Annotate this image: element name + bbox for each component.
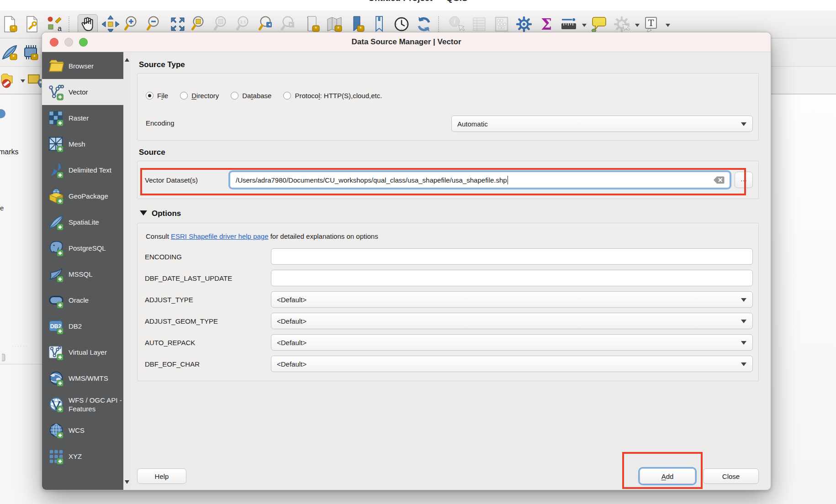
new-bookmark-icon[interactable]: * [302, 15, 322, 34]
radio-directory[interactable]: Directory [180, 92, 219, 100]
esri-driver-help-link[interactable]: ESRI Shapefile driver help page [171, 232, 268, 240]
zoom-in-icon[interactable] [123, 15, 143, 34]
new-virtual-layer-icon[interactable]: * [21, 43, 40, 62]
select-value: <Default> [277, 296, 307, 304]
project-properties-icon[interactable] [22, 15, 42, 34]
select-value: <Default> [277, 339, 307, 346]
bookmark-icon[interactable] [370, 15, 389, 34]
panel-drag-handle[interactable]: ······ [12, 344, 28, 348]
sidebar-item-wms-wmts[interactable]: WMS/WMTS [42, 365, 123, 391]
map-tips-icon[interactable] [590, 15, 609, 34]
zoom-out-icon[interactable] [146, 15, 165, 34]
sidebar-item-raster[interactable]: Raster [42, 105, 123, 131]
caret-only-icon[interactable] [21, 348, 40, 368]
vector-icon [46, 84, 67, 101]
sidebar-item-oracle[interactable]: Oracle [42, 287, 123, 313]
zoom-last-icon[interactable] [258, 15, 277, 34]
vector-dataset-input[interactable]: /Users/adra7980/Documents/CU_workshops/q… [230, 172, 730, 188]
dialog-titlebar[interactable]: Data Source Manager | Vector [42, 32, 771, 52]
sidebar-item-label: SpatiaLite [67, 218, 99, 226]
sidebar-item-label: Delimited Text [67, 166, 111, 174]
refresh-icon[interactable] [414, 15, 434, 34]
chevron-down-icon [741, 320, 746, 326]
sidebar-item-mssql[interactable]: MSSQL [42, 261, 123, 287]
sidebar-item-mesh[interactable]: Mesh [42, 131, 123, 157]
option-label: DBF_EOF_CHAR [145, 360, 271, 368]
sidebar-item-vector[interactable]: Vector [42, 79, 123, 105]
db2-icon: DB2 [46, 318, 67, 335]
radio-database[interactable]: Database [231, 92, 271, 100]
radio-circle-icon[interactable] [231, 92, 238, 100]
zoom-to-selection-icon[interactable] [190, 15, 210, 34]
attribute-table-icon [470, 15, 489, 34]
sidebar-item-label: MSSQL [67, 270, 93, 278]
option-row: AUTO_REPACK<Default> [145, 334, 753, 351]
chevron-down-icon[interactable] [635, 24, 640, 29]
new-map-view-icon[interactable]: * [325, 15, 344, 34]
chevron-down-icon[interactable] [666, 24, 670, 29]
close-button[interactable]: Close [703, 468, 759, 484]
sidebar-item-virtual-layer[interactable]: Virtual Layer [42, 339, 123, 365]
option-row: DBF_DATE_LAST_UPDATE [145, 270, 753, 286]
collapse-triangle-icon[interactable] [140, 210, 147, 219]
zoom-native-icon: 1:1 [235, 15, 254, 34]
option-row: ENCODING [145, 248, 753, 265]
clear-input-icon[interactable] [713, 176, 725, 184]
partial-icon[interactable] [0, 348, 19, 368]
pan-map-icon[interactable] [78, 14, 98, 34]
statistical-summary-icon [492, 15, 511, 34]
svg-text:*: * [12, 53, 15, 60]
option-select-dbf_eof_char[interactable]: <Default> [271, 356, 753, 372]
sidebar-item-geopackage[interactable]: GeoPackage [42, 183, 123, 209]
measure-icon[interactable] [559, 15, 578, 34]
option-select-auto_repack[interactable]: <Default> [271, 334, 753, 351]
sidebar-item-wcs[interactable]: WCS [42, 417, 123, 443]
radio-protocol[interactable]: Protocol: HTTP(S),cloud,etc. [283, 92, 382, 100]
dialog-title: Data Source Manager | Vector [42, 37, 771, 47]
sum-features-icon[interactable]: Σ [537, 15, 556, 34]
chevron-down-icon[interactable] [21, 79, 25, 85]
sidebar-item-xyz[interactable]: XYZ [42, 443, 123, 469]
sidebar-item-browser[interactable]: Browser [42, 53, 123, 79]
scroll-up-icon[interactable] [125, 56, 129, 62]
option-input-dbf_date_last_update[interactable] [271, 270, 753, 286]
option-input-encoding[interactable] [271, 248, 753, 265]
select-value: <Default> [277, 360, 307, 368]
raster-icon [46, 110, 67, 127]
panel-item-fragment: e [0, 204, 4, 212]
chevron-down-icon [741, 362, 746, 369]
sidebar-item-delimited-text[interactable]: Delimited Text [42, 157, 123, 183]
sidebar-scrollbar[interactable] [123, 52, 131, 490]
scroll-down-icon[interactable] [125, 480, 129, 486]
chevron-down-icon [741, 122, 746, 129]
help-button[interactable]: Help [137, 468, 186, 484]
radio-circle-icon[interactable] [283, 92, 291, 100]
sidebar-item-wfs-ogc-api-features[interactable]: WFS / OGC API - Features [42, 391, 123, 417]
radio-circle-icon[interactable] [146, 92, 153, 100]
style-manager-icon[interactable]: a [45, 15, 64, 34]
chevron-down-icon[interactable] [582, 24, 587, 29]
browse-files-button[interactable]: … [735, 172, 753, 188]
pan-to-selection-icon[interactable] [101, 15, 120, 34]
encoding-select[interactable]: Automatic [451, 116, 753, 132]
consult-text: Consult ESRI Shapefile driver help page … [146, 232, 753, 240]
zoom-full-icon[interactable] [168, 15, 187, 34]
sidebar-item-db2[interactable]: DB2DB2 [42, 313, 123, 339]
chevron-down-icon [741, 298, 746, 304]
new-spatialite-layer-icon[interactable]: * [0, 43, 19, 62]
text-annotation-icon[interactable]: T [643, 15, 662, 34]
project-new-icon[interactable]: * [0, 15, 19, 34]
sidebar-item-postgresql[interactable]: PostgreSQL [42, 235, 123, 261]
radio-circle-icon[interactable] [180, 92, 188, 100]
radio-file[interactable]: File [146, 92, 168, 100]
add-button[interactable]: Add [640, 468, 695, 484]
option-select-adjust_type[interactable]: <Default> [271, 291, 753, 308]
show-bookmarks-icon[interactable]: * [347, 15, 366, 34]
sidebar-item-spatialite[interactable]: SpatiaLite [42, 209, 123, 235]
option-select-adjust_geom_type[interactable]: <Default> [271, 313, 753, 329]
mesh-icon [46, 136, 67, 153]
folder-disabled-icon[interactable] [0, 71, 19, 90]
temporal-controller-icon[interactable] [392, 15, 411, 34]
options-gear-icon[interactable] [514, 15, 534, 34]
vector-dataset-path: /Users/adra7980/Documents/CU_workshops/q… [236, 176, 507, 184]
